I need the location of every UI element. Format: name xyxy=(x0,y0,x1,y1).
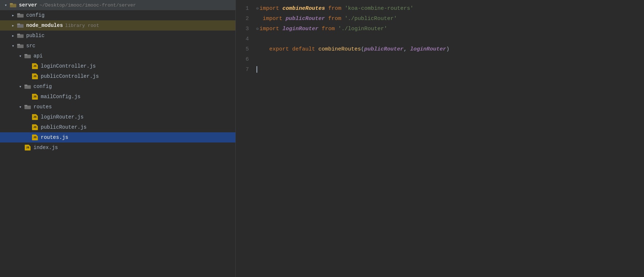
svg-rect-13 xyxy=(24,85,27,86)
sidebar-item-routes-folder[interactable]: routes xyxy=(0,102,235,112)
svg-rect-9 xyxy=(17,44,20,45)
routes-folder-label: routes xyxy=(33,104,52,110)
public-label: public xyxy=(26,33,44,39)
sidebar-item-api[interactable]: api xyxy=(0,51,235,61)
library-root-label: library root xyxy=(65,23,99,28)
js-file-icon: JS xyxy=(24,145,31,150)
sidebar-item-logincontroller[interactable]: JS loginController.js xyxy=(0,61,235,71)
sidebar-item-publicrouter[interactable]: JS publicRouter.js xyxy=(0,122,235,132)
sidebar-item-loginrouter[interactable]: JS loginRouter.js xyxy=(0,112,235,122)
sidebar-item-config-src[interactable]: config xyxy=(0,81,235,92)
code-editor[interactable]: 1 2 3 4 5 6 7 ⊖import combineRoutes from… xyxy=(236,0,644,277)
sidebar-item-node-modules[interactable]: node_modules library root xyxy=(0,20,235,31)
sidebar-item-routes-js[interactable]: JS routes.js xyxy=(0,132,235,142)
spacer xyxy=(25,135,31,140)
svg-rect-1 xyxy=(10,3,13,5)
server-label: server xyxy=(19,2,37,8)
chevron-down-icon xyxy=(3,2,9,8)
code-line-3: ⊖import loginRouter from './loginRouter' xyxy=(256,24,644,34)
sidebar-item-index-js[interactable]: JS index.js xyxy=(0,142,235,153)
chevron-down-icon xyxy=(17,104,23,110)
chevron-right-icon xyxy=(10,33,16,39)
js-file-icon: JS xyxy=(31,73,39,79)
file-tree[interactable]: server ~/Desktop/imooc/imooc-front/serve… xyxy=(0,0,236,277)
index-js-label: index.js xyxy=(33,145,58,150)
fold-icon: ⊖ xyxy=(256,27,259,32)
js-file-icon: JS xyxy=(31,135,39,140)
line-numbers: 1 2 3 4 5 6 7 xyxy=(236,3,253,277)
code-line-1: ⊖import combineRoutes from 'koa-combine-… xyxy=(256,4,644,14)
chevron-down-icon xyxy=(17,84,23,89)
svg-rect-3 xyxy=(17,13,20,15)
spacer xyxy=(25,63,31,69)
spacer xyxy=(25,94,31,100)
text-cursor xyxy=(257,66,257,73)
publiccontroller-label: publicController.js xyxy=(41,73,99,79)
node-modules-label: node_modules xyxy=(26,23,63,28)
logincontroller-label: loginController.js xyxy=(41,63,96,69)
sidebar-item-mailconfig[interactable]: JS mailConfig.js xyxy=(0,92,235,102)
folder-icon xyxy=(24,53,31,59)
spacer xyxy=(17,145,23,150)
spacer xyxy=(25,73,31,79)
folder-icon xyxy=(24,104,31,110)
config-src-label: config xyxy=(33,84,52,89)
svg-rect-15 xyxy=(24,105,27,107)
chevron-right-icon xyxy=(10,23,16,28)
api-label: api xyxy=(33,53,43,59)
code-line-6 xyxy=(256,55,644,65)
folder-icon xyxy=(17,23,24,28)
folder-icon xyxy=(17,43,24,49)
folder-icon xyxy=(17,12,24,18)
js-file-icon: JS xyxy=(31,114,39,120)
folder-icon xyxy=(17,33,24,39)
chevron-down-icon xyxy=(10,43,16,49)
code-line-4 xyxy=(256,34,644,44)
js-file-icon: JS xyxy=(31,124,39,130)
chevron-down-icon xyxy=(17,53,23,59)
loginrouter-label: loginRouter.js xyxy=(41,114,84,120)
publicrouter-label: publicRouter.js xyxy=(41,124,87,130)
sidebar-item-publiccontroller[interactable]: JS publicController.js xyxy=(0,71,235,81)
svg-rect-7 xyxy=(17,34,20,35)
routes-js-label: routes.js xyxy=(41,135,68,140)
tree-root-server[interactable]: server ~/Desktop/imooc/imooc-front/serve… xyxy=(0,0,235,10)
server-path: ~/Desktop/imooc/imooc-front/server xyxy=(39,3,136,8)
sidebar-item-config-root[interactable]: config xyxy=(0,10,235,20)
src-label: src xyxy=(26,43,35,49)
svg-rect-11 xyxy=(24,54,27,56)
spacer xyxy=(25,124,31,130)
folder-icon xyxy=(24,84,31,89)
chevron-right-icon xyxy=(10,12,16,18)
fold-icon: ⊖ xyxy=(256,6,259,11)
spacer xyxy=(25,114,31,120)
mailconfig-label: mailConfig.js xyxy=(41,94,80,100)
code-content[interactable]: ⊖import combineRoutes from 'koa-combine-… xyxy=(253,3,644,277)
folder-icon xyxy=(9,2,17,8)
code-line-2: import publicRouter from './publicRouter… xyxy=(256,14,644,24)
sidebar-item-public[interactable]: public xyxy=(0,31,235,41)
js-file-icon: JS xyxy=(31,94,39,100)
js-file-icon: JS xyxy=(31,63,39,69)
code-line-5: export default combineRoutes(publicRoute… xyxy=(256,44,644,55)
config-root-label: config xyxy=(26,12,44,18)
code-line-7 xyxy=(256,65,644,75)
svg-rect-5 xyxy=(17,24,20,25)
sidebar-item-src[interactable]: src xyxy=(0,41,235,51)
